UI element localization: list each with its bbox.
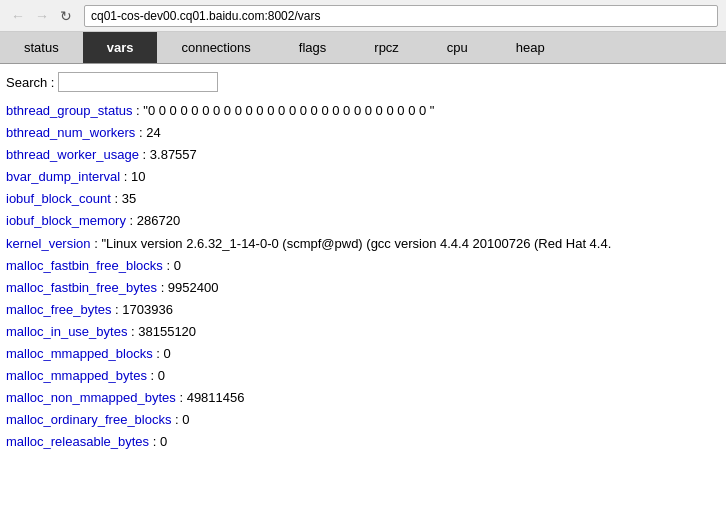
var-line: bthread_group_status : "0 0 0 0 0 0 0 0 … <box>6 100 720 122</box>
var-line: iobuf_block_memory : 286720 <box>6 210 720 232</box>
var-line: malloc_free_bytes : 1703936 <box>6 299 720 321</box>
var-line: malloc_fastbin_free_bytes : 9952400 <box>6 277 720 299</box>
search-input[interactable] <box>58 72 218 92</box>
tab-connections[interactable]: connections <box>157 32 274 63</box>
tab-heap[interactable]: heap <box>492 32 569 63</box>
var-line: bvar_dump_interval : 10 <box>6 166 720 188</box>
var-line: malloc_mmapped_bytes : 0 <box>6 365 720 387</box>
var-line: malloc_releasable_bytes : 0 <box>6 431 720 453</box>
tab-cpu[interactable]: cpu <box>423 32 492 63</box>
content-area: Search : bthread_group_status : "0 0 0 0… <box>0 64 726 462</box>
var-line: bthread_num_workers : 24 <box>6 122 720 144</box>
var-line: malloc_fastbin_free_blocks : 0 <box>6 255 720 277</box>
var-line: iobuf_block_count : 35 <box>6 188 720 210</box>
var-line: malloc_non_mmapped_bytes : 49811456 <box>6 387 720 409</box>
back-button[interactable]: ← <box>8 6 28 26</box>
nav-buttons: ← → ↻ <box>8 6 76 26</box>
forward-button[interactable]: → <box>32 6 52 26</box>
var-line: kernel_version : "Linux version 2.6.32_1… <box>6 233 720 255</box>
search-label: Search : <box>6 75 54 90</box>
tab-rpcz[interactable]: rpcz <box>350 32 423 63</box>
var-line: malloc_mmapped_blocks : 0 <box>6 343 720 365</box>
refresh-button[interactable]: ↻ <box>56 6 76 26</box>
search-row: Search : <box>6 72 720 92</box>
tab-flags[interactable]: flags <box>275 32 350 63</box>
vars-list: bthread_group_status : "0 0 0 0 0 0 0 0 … <box>6 100 720 454</box>
browser-chrome: ← → ↻ <box>0 0 726 32</box>
var-line: bthread_worker_usage : 3.87557 <box>6 144 720 166</box>
nav-tabs: status vars connections flags rpcz cpu h… <box>0 32 726 64</box>
var-line: malloc_in_use_bytes : 38155120 <box>6 321 720 343</box>
tab-vars[interactable]: vars <box>83 32 158 63</box>
address-bar[interactable] <box>84 5 718 27</box>
var-line: malloc_ordinary_free_blocks : 0 <box>6 409 720 431</box>
tab-status[interactable]: status <box>0 32 83 63</box>
